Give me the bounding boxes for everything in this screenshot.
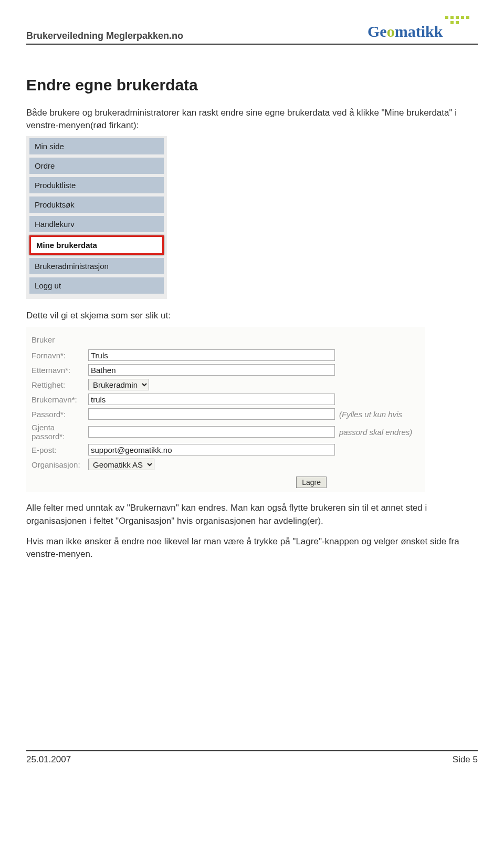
epost-label: E-post: [30,446,88,454]
svg-rect-5 [456,21,459,24]
svg-rect-2 [456,16,459,19]
etternavn-label: Etternavn*: [30,366,88,375]
svg-rect-6 [466,16,469,19]
rettighet-label: Rettighet: [30,380,88,389]
document-header-title: Brukerveiledning Meglerpakken.no [26,30,183,42]
brukernavn-field[interactable] [88,394,335,405]
organisasjon-label: Organisasjon: [30,460,88,469]
menu-item-produktliste[interactable]: Produktliste [29,177,164,193]
svg-rect-4 [450,21,454,24]
brukernavn-label: Brukernavn*: [30,395,88,404]
passord-hint-1: (Fylles ut kun hvis [339,410,402,419]
user-form: Bruker Fornavn*: Etternavn*: Rettighet: … [26,327,425,492]
gjenta-passord-field[interactable] [88,426,335,438]
footer-date: 25.01.2007 [26,754,71,765]
svg-text:Geomatikk: Geomatikk [368,23,443,40]
geomatikk-logo: Geomatikk [368,16,478,42]
menu-item-min-side[interactable]: Min side [29,138,164,154]
menu-item-logg-ut[interactable]: Logg ut [29,277,164,294]
svg-rect-3 [461,16,464,19]
passord-label: Passord*: [30,410,88,419]
passord-hint-2: passord skal endres) [339,428,412,437]
rettighet-select[interactable]: Brukeradmin [88,379,149,390]
organisasjon-select[interactable]: Geomatikk AS [88,459,154,470]
footer-page: Side 5 [453,754,478,765]
left-menu-screenshot: Min side Ordre Produktliste Produktsøk H… [26,136,167,299]
menu-item-mine-brukerdata[interactable]: Mine brukerdata [29,235,164,255]
menu-item-ordre[interactable]: Ordre [29,158,164,174]
document-header: Brukerveiledning Meglerpakken.no Geomati… [26,16,478,45]
menu-item-brukeradministrasjon[interactable]: Brukeradministrasjon [29,258,164,274]
svg-rect-0 [445,16,448,19]
passord-field[interactable] [88,408,335,420]
fornavn-field[interactable] [88,349,335,361]
fornavn-label: Fornavn*: [30,351,88,360]
menu-item-produktsok[interactable]: Produktsøk [29,196,164,213]
form-section-label: Bruker [32,335,421,344]
explain-paragraph-2: Hvis man ikke ønsker å endre noe likevel… [26,535,478,561]
explain-paragraph-1: Alle felter med unntak av "Brukernavn" k… [26,502,478,527]
menu-item-handlekurv[interactable]: Handlekurv [29,216,164,232]
save-button[interactable]: Lagre [296,477,327,488]
etternavn-field[interactable] [88,364,335,376]
gjenta-passord-label: Gjenta passord*: [30,423,88,441]
epost-field[interactable] [88,444,335,456]
post-menu-text: Dette vil gi et skjema som ser slik ut: [26,309,478,322]
svg-rect-1 [450,16,454,19]
page-title: Endre egne brukerdata [26,76,478,94]
intro-paragraph: Både brukere og brukeradministratorer ka… [26,107,478,132]
document-footer: 25.01.2007 Side 5 [26,750,478,765]
